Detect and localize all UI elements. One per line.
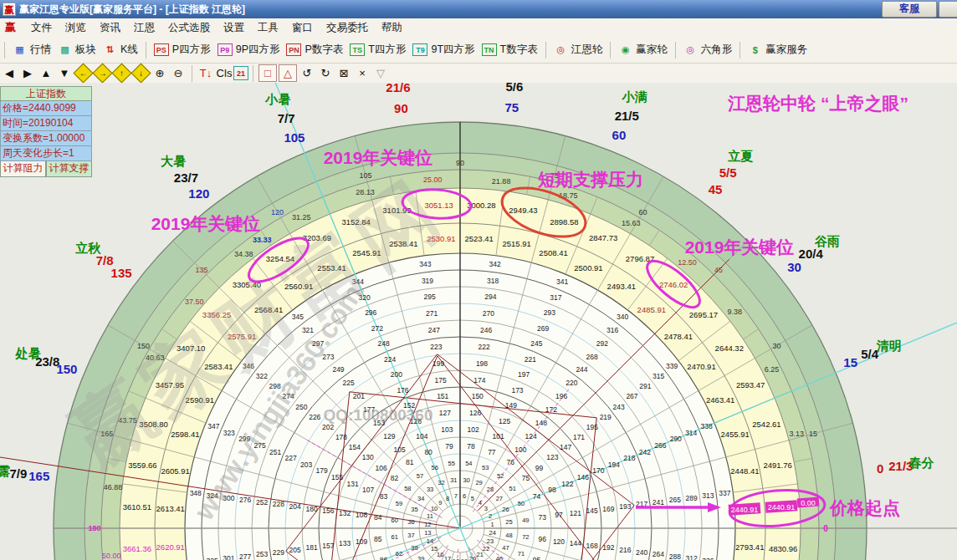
expand-icon[interactable]: ⊠ bbox=[335, 65, 352, 81]
svg-text:2949.43: 2949.43 bbox=[509, 206, 537, 215]
arrow-glyph: ↑ bbox=[120, 69, 124, 78]
menu-0[interactable]: 文件 bbox=[24, 19, 59, 37]
tool-label: 9T四方形 bbox=[431, 43, 474, 57]
solar-term-label: 大暑 bbox=[161, 154, 186, 168]
svg-text:124: 124 bbox=[525, 432, 537, 440]
menu-4[interactable]: 公式选股 bbox=[161, 19, 217, 37]
svg-text:225: 225 bbox=[343, 379, 355, 387]
calc-support-button[interactable]: 计算支撑 bbox=[46, 161, 92, 177]
svg-text:203: 203 bbox=[300, 461, 312, 469]
svg-text:96: 96 bbox=[538, 535, 546, 543]
menu-9[interactable]: 帮助 bbox=[375, 19, 409, 37]
nav-up-icon[interactable]: ▲ bbox=[38, 65, 54, 81]
svg-text:21.88: 21.88 bbox=[492, 177, 511, 186]
box-icon: TN bbox=[482, 43, 497, 56]
svg-text:15: 15 bbox=[843, 355, 857, 369]
menu-6[interactable]: 工具 bbox=[251, 19, 285, 37]
pan-left-icon[interactable]: ← bbox=[73, 63, 93, 83]
svg-text:323: 323 bbox=[223, 429, 235, 437]
tool-label: 9P四方形 bbox=[236, 43, 280, 57]
svg-text:244: 244 bbox=[576, 365, 587, 374]
menu-2[interactable]: 资讯 bbox=[93, 19, 127, 37]
rings-icon: ◉ bbox=[618, 43, 632, 56]
tool-T四方形[interactable]: TST四方形 bbox=[350, 43, 406, 57]
svg-text:20: 20 bbox=[469, 555, 476, 560]
tool-江恩轮[interactable]: ◎江恩轮 bbox=[554, 43, 603, 57]
box-icon: PN bbox=[286, 43, 301, 56]
pan-up-icon[interactable]: ↑ bbox=[111, 63, 131, 83]
svg-text:318: 318 bbox=[487, 277, 499, 285]
svg-text:48: 48 bbox=[505, 532, 512, 539]
drawing-toolbar: ◀▶▲▼←→↑↓⊕⊖T↓Cls21□△↺↻⊠×▽ bbox=[0, 64, 957, 84]
svg-text:9.38: 9.38 bbox=[727, 308, 742, 316]
rings-icon: ◎ bbox=[554, 43, 568, 56]
svg-text:108: 108 bbox=[356, 511, 367, 519]
calc-resistance-button[interactable]: 计算阻力 bbox=[0, 161, 46, 177]
menu-7[interactable]: 窗口 bbox=[285, 19, 320, 37]
calendar-icon[interactable]: 21 bbox=[233, 66, 248, 80]
svg-text:249: 249 bbox=[332, 365, 344, 374]
svg-text:50.00: 50.00 bbox=[102, 552, 121, 560]
menu-3[interactable]: 江恩 bbox=[127, 19, 161, 37]
svg-text:149: 149 bbox=[505, 401, 517, 410]
svg-text:27: 27 bbox=[496, 495, 503, 502]
svg-text:157: 157 bbox=[322, 542, 334, 550]
svg-text:72: 72 bbox=[522, 533, 529, 541]
clear-icon[interactable]: ▽ bbox=[372, 65, 389, 81]
nav-down-icon[interactable]: ▼ bbox=[56, 65, 73, 81]
svg-text:83: 83 bbox=[380, 492, 388, 501]
tool-K线[interactable]: ⇅K线 bbox=[103, 43, 138, 57]
nav-left-icon[interactable]: ◀ bbox=[1, 65, 18, 81]
triangle-tool-icon[interactable]: △ bbox=[279, 64, 297, 82]
zoom-out-icon[interactable]: ⊖ bbox=[170, 65, 187, 81]
svg-text:30: 30 bbox=[772, 342, 780, 350]
svg-text:2485.91: 2485.91 bbox=[637, 305, 666, 314]
svg-text:2508.41: 2508.41 bbox=[539, 248, 567, 257]
cls-icon[interactable]: Cls bbox=[216, 65, 233, 81]
svg-text:8: 8 bbox=[446, 495, 449, 502]
title-extra-button[interactable] bbox=[939, 1, 957, 18]
svg-text:195: 195 bbox=[586, 423, 598, 431]
tool-P数字表[interactable]: PNP数字表 bbox=[286, 43, 343, 57]
svg-text:2448.41: 2448.41 bbox=[730, 466, 759, 476]
zoom-in-icon[interactable]: ⊕ bbox=[151, 65, 168, 81]
kline-icon: ⇅ bbox=[103, 43, 117, 56]
square-tool-icon[interactable]: □ bbox=[258, 64, 277, 82]
rotate-ccw-icon[interactable]: ↺ bbox=[299, 65, 315, 81]
pan-right-icon[interactable]: → bbox=[92, 63, 112, 83]
svg-text:46: 46 bbox=[496, 555, 503, 560]
annotation-5: 价格起点 bbox=[829, 498, 900, 518]
svg-text:15: 15 bbox=[809, 430, 817, 438]
svg-text:313: 313 bbox=[702, 491, 714, 500]
svg-text:49: 49 bbox=[522, 517, 529, 524]
svg-text:103: 103 bbox=[441, 425, 453, 434]
tool-9P四方形[interactable]: P99P四方形 bbox=[218, 43, 280, 57]
svg-text:194: 194 bbox=[608, 461, 620, 469]
tool-六角形[interactable]: ◎六角形 bbox=[683, 43, 733, 57]
tool-9T四方形[interactable]: T99T四方形 bbox=[412, 43, 474, 57]
tool-赢家服务[interactable]: $赢家服务 bbox=[748, 43, 807, 57]
nav-right-icon[interactable]: ▶ bbox=[19, 65, 36, 81]
pan-down-icon[interactable]: ↓ bbox=[130, 63, 151, 83]
menu-5[interactable]: 设置 bbox=[217, 19, 251, 37]
svg-text:276: 276 bbox=[239, 496, 251, 504]
svg-text:12.50: 12.50 bbox=[678, 258, 697, 267]
svg-text:339: 339 bbox=[666, 362, 678, 370]
svg-text:146: 146 bbox=[577, 473, 589, 481]
svg-text:15.63: 15.63 bbox=[622, 219, 641, 227]
menu-1[interactable]: 浏览 bbox=[59, 19, 93, 37]
shrink-icon[interactable]: × bbox=[354, 65, 371, 81]
tool-T数字表[interactable]: TNT数字表 bbox=[482, 43, 538, 57]
menu-8[interactable]: 交易委托 bbox=[320, 19, 375, 37]
svg-text:226: 226 bbox=[309, 413, 320, 421]
price-axis-icon[interactable]: T↓ bbox=[197, 65, 214, 81]
svg-text:57: 57 bbox=[417, 472, 423, 480]
tool-行情[interactable]: ▦行情 bbox=[13, 43, 51, 57]
customer-service-button[interactable]: 客服 bbox=[882, 1, 937, 18]
svg-text:2898.58: 2898.58 bbox=[550, 217, 578, 227]
svg-text:127: 127 bbox=[439, 409, 451, 417]
rotate-cw-icon[interactable]: ↻ bbox=[317, 65, 334, 81]
tool-板块[interactable]: ▩板块 bbox=[58, 43, 96, 57]
tool-赢家轮[interactable]: ◉赢家轮 bbox=[618, 43, 668, 57]
tool-P四方形[interactable]: PSP四方形 bbox=[154, 43, 211, 57]
